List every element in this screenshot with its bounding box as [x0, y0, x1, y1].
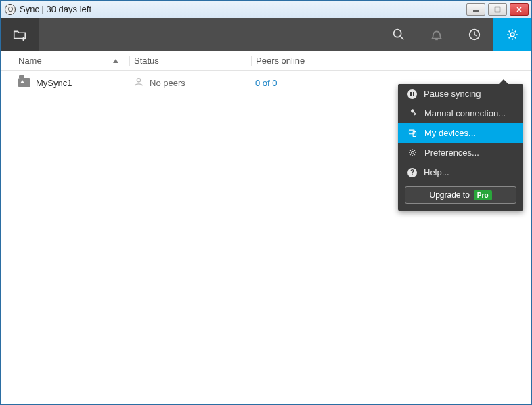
column-peers[interactable]: Peers online: [251, 56, 531, 66]
add-folder-icon: [12, 27, 27, 42]
window-title: Sync | 30 days left: [20, 4, 466, 14]
sort-ascending-icon: [113, 59, 118, 63]
folder-icon: [18, 78, 30, 87]
key-icon: [405, 106, 420, 121]
folder-peers: 0 of 0: [255, 78, 278, 88]
folder-status-cell: No peers: [129, 77, 251, 89]
toolbar-spacer: [39, 18, 380, 51]
menu-devices-label: My devices...: [424, 128, 476, 138]
menu-my-devices[interactable]: My devices...: [398, 123, 523, 143]
column-peers-label: Peers online: [256, 56, 305, 66]
settings-button[interactable]: [493, 18, 531, 51]
settings-menu: Pause syncing Manual connection... My de…: [398, 84, 523, 211]
help-icon: ?: [407, 168, 417, 177]
close-icon: [516, 6, 523, 13]
app-window: Sync | 30 days left: [0, 0, 532, 405]
clock-icon: [467, 27, 482, 42]
column-headers: Name Status Peers online: [1, 51, 531, 71]
maximize-button[interactable]: [488, 3, 507, 16]
close-button[interactable]: [510, 3, 529, 16]
gear-small-icon: [407, 148, 418, 158]
add-folder-button[interactable]: [1, 18, 39, 51]
svg-line-7: [401, 37, 404, 40]
user-icon: [133, 77, 144, 89]
gear-icon: [505, 27, 520, 42]
menu-pause-syncing[interactable]: Pause syncing: [398, 84, 523, 104]
svg-point-10: [510, 33, 514, 37]
toolbar: [1, 18, 531, 51]
folder-name: MySync1: [36, 78, 72, 88]
history-button[interactable]: [456, 18, 493, 51]
minimize-icon: [472, 6, 479, 13]
upgrade-label: Upgrade to: [429, 190, 469, 200]
bell-icon: [429, 27, 444, 42]
svg-point-6: [394, 30, 401, 37]
svg-point-17: [412, 152, 414, 154]
menu-prefs-label: Preferences...: [424, 148, 479, 158]
window-controls: [466, 3, 529, 16]
app-icon: [5, 4, 16, 15]
minimize-button[interactable]: [466, 3, 485, 16]
search-button[interactable]: [380, 18, 418, 51]
column-status[interactable]: Status: [129, 56, 251, 66]
menu-manual-label: Manual connection...: [424, 108, 506, 119]
folder-status: No peers: [150, 78, 185, 88]
menu-manual-connection[interactable]: Manual connection...: [398, 104, 523, 123]
svg-rect-1: [495, 7, 500, 12]
devices-icon: [407, 128, 418, 138]
pro-badge: Pro: [474, 190, 492, 200]
column-name-label: Name: [18, 56, 42, 66]
menu-help-label: Help...: [424, 167, 449, 177]
search-icon: [391, 27, 406, 42]
svg-point-11: [137, 78, 140, 81]
maximize-icon: [494, 6, 501, 13]
menu-help[interactable]: ? Help...: [398, 163, 523, 182]
column-status-label: Status: [134, 56, 159, 66]
titlebar: Sync | 30 days left: [1, 1, 531, 18]
menu-pause-label: Pause syncing: [424, 89, 481, 99]
menu-preferences[interactable]: Preferences...: [398, 143, 523, 163]
folder-name-cell: MySync1: [14, 78, 129, 88]
notifications-button[interactable]: [418, 18, 456, 51]
column-name[interactable]: Name: [14, 56, 129, 66]
pause-icon: [407, 89, 417, 99]
upgrade-button[interactable]: Upgrade to Pro: [405, 186, 516, 204]
